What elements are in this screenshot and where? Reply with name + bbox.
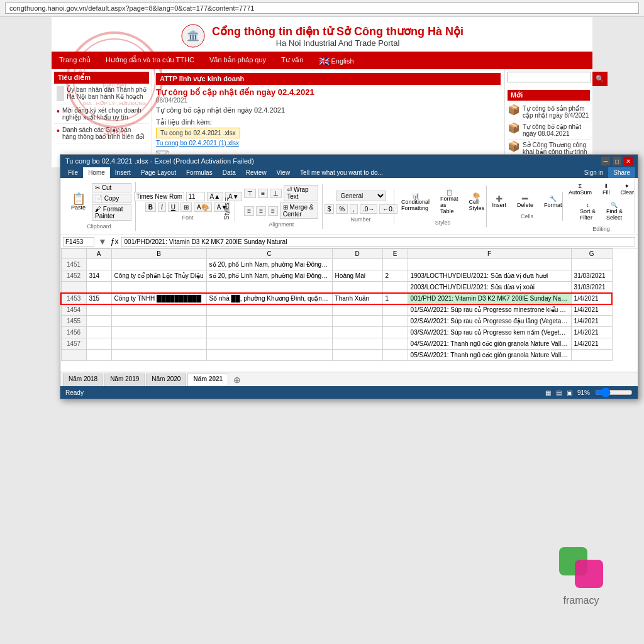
align-left-button[interactable]: ≡ xyxy=(244,206,254,216)
col-header-c[interactable]: C xyxy=(206,249,332,259)
cell-a[interactable]: 314 xyxy=(86,270,111,282)
col-header-f[interactable]: F xyxy=(408,249,571,259)
comma-button[interactable]: , xyxy=(350,204,358,214)
conditional-formatting-button[interactable]: 📊ConditionalFormatting xyxy=(397,190,434,214)
cell-f[interactable]: 2003/LOCTHUYDIEU/2021: Sữa dừa vị xoài xyxy=(408,282,571,293)
currency-button[interactable]: $ xyxy=(325,204,335,214)
cell-e[interactable] xyxy=(382,304,408,316)
view-normal-button[interactable]: ▦ xyxy=(545,389,551,396)
cell-e[interactable] xyxy=(382,350,408,361)
cell-c[interactable]: số 20, phố Linh Nam, phường Mai Đông, qu… xyxy=(206,259,332,270)
fill-button[interactable]: ⬇Fill xyxy=(598,180,614,198)
cell-b[interactable] xyxy=(111,304,206,316)
col-header-e[interactable]: E xyxy=(382,249,408,259)
add-sheet-button[interactable]: ⊕ xyxy=(230,374,245,386)
number-format-select[interactable]: General Number Currency Date xyxy=(336,191,386,201)
url-bar[interactable] xyxy=(5,3,639,14)
news-item-1[interactable]: Ủy ban nhân dân Thành phố Hà Nội ban hàn… xyxy=(54,84,149,104)
cell-e[interactable] xyxy=(382,316,408,327)
autosum-button[interactable]: ΣAutoSum xyxy=(564,180,596,198)
cell-a[interactable] xyxy=(86,259,111,270)
font-family-input[interactable] xyxy=(134,192,184,201)
news-item-3[interactable]: • Danh sách các Giấy bán hàng thông báo … xyxy=(54,124,149,143)
tab-insert[interactable]: Insert xyxy=(110,167,136,178)
cell-f[interactable]: 01/SAV/2021: Súp rau củ Progresso minest… xyxy=(408,304,571,316)
cell-e[interactable] xyxy=(382,327,408,338)
nav-item-advisory[interactable]: Tư vấn xyxy=(274,53,311,69)
view-page-button[interactable]: ▣ xyxy=(567,389,572,396)
nav-item-home[interactable]: Trang chủ xyxy=(52,53,98,69)
cell-d[interactable]: Thanh Xuân xyxy=(332,293,382,304)
cell-a[interactable] xyxy=(86,350,111,361)
search-input[interactable] xyxy=(508,72,591,82)
cell-f[interactable]: 02/SAV/2021: Súp rau củ Progresso đậu lă… xyxy=(408,316,571,327)
cell-c[interactable] xyxy=(206,327,332,338)
cell-g[interactable]: 1/4/2021 xyxy=(571,304,612,316)
cell-d[interactable] xyxy=(332,327,382,338)
format-painter-button[interactable]: 🖌 Format Painter xyxy=(92,204,131,221)
cell-g[interactable]: 31/03/2021 xyxy=(571,270,612,282)
cell-d[interactable] xyxy=(332,259,382,270)
align-bottom-button[interactable]: ⊥ xyxy=(270,189,282,198)
cell-g[interactable]: 1/4/2021 xyxy=(571,293,612,304)
sort-filter-button[interactable]: ↕Sort &Filter xyxy=(575,199,600,223)
cell-b[interactable]: Công ty TNHH ██████████ xyxy=(111,293,206,304)
fill-color-button[interactable]: A🎨 xyxy=(194,203,212,212)
minimize-button[interactable]: ─ xyxy=(601,157,610,165)
cell-g[interactable]: 31/03/2021 xyxy=(571,282,612,293)
attachment-link-1[interactable]: Tu cong bo 02.4.2021 .xlsx xyxy=(156,128,240,138)
align-center-button[interactable]: ≡ xyxy=(256,206,266,216)
function-button[interactable]: ƒx xyxy=(111,237,119,246)
cell-g[interactable] xyxy=(571,259,612,270)
close-button[interactable]: ✕ xyxy=(624,157,633,165)
tab-view[interactable]: View xyxy=(272,167,296,178)
zoom-slider[interactable] xyxy=(595,387,633,397)
nav-item-english[interactable]: 🇬🇧 English xyxy=(311,53,362,69)
delete-button[interactable]: ➖Delete xyxy=(513,193,538,211)
decrease-decimal-button[interactable]: ←0. xyxy=(379,204,397,214)
cell-f[interactable]: 05/SAV/2021: Thanh ngũ cốc giòn granola … xyxy=(408,350,571,361)
insert-button[interactable]: ➕Insert xyxy=(487,193,511,211)
merge-center-button[interactable]: ⊞ Merge & Center xyxy=(280,203,319,219)
cell-c[interactable] xyxy=(206,316,332,327)
align-middle-button[interactable]: ≡ xyxy=(258,189,268,198)
font-size-input[interactable] xyxy=(186,192,205,201)
italic-button[interactable]: I xyxy=(158,203,166,212)
news-item-2[interactable]: • Mời đăng ký xét chọn doanh nghiệp xuất… xyxy=(54,104,149,124)
paste-button[interactable]: 📋 Paste xyxy=(67,191,90,213)
cell-f[interactable]: 03/SAV/2021: Súp rau củ Progresso kem nấ… xyxy=(408,327,571,338)
cell-b[interactable] xyxy=(111,316,206,327)
cell-e[interactable]: 2 xyxy=(382,270,408,282)
cell-b[interactable] xyxy=(111,338,206,350)
col-header-g[interactable]: G xyxy=(571,249,612,259)
sheet-tab-2021[interactable]: Năm 2021 xyxy=(187,374,228,386)
cell-b[interactable]: Công ty cổ phần Lộc Thủy Diệu xyxy=(111,270,206,282)
cell-g[interactable]: 1/4/2021 xyxy=(571,338,612,350)
cell-e[interactable]: 1 xyxy=(382,293,408,304)
tab-review[interactable]: Review xyxy=(241,167,272,178)
tab-formulas[interactable]: Formulas xyxy=(181,167,218,178)
cell-d[interactable] xyxy=(332,304,382,316)
bold-button[interactable]: B xyxy=(145,203,156,212)
cell-a[interactable] xyxy=(86,327,111,338)
col-header-b[interactable]: B xyxy=(111,249,206,259)
nav-item-legal[interactable]: Văn bản pháp quy xyxy=(202,53,274,69)
copy-button[interactable]: 📄 Copy xyxy=(92,194,131,203)
increase-font-button[interactable]: A▲ xyxy=(207,192,224,201)
cell-f[interactable]: 001/PHD 2021: Vitamin D3 K2 MK7 200IE Su… xyxy=(408,293,571,304)
cell-a[interactable] xyxy=(86,304,111,316)
cell-styles-button[interactable]: 🎨CellStyles xyxy=(464,190,489,214)
cell-f[interactable]: 04/SAV/2021: Thanh ngũ cốc giòn granola … xyxy=(408,338,571,350)
cell-b[interactable] xyxy=(111,350,206,361)
cell-f[interactable]: 1903/LOCTHUYDIEU/2021: Sữa dừa vị dưa hư… xyxy=(408,270,571,282)
nav-item-guidance[interactable]: Hướng dẫn và tra cứu TTHC xyxy=(98,53,202,69)
border-button[interactable]: ⊞ xyxy=(180,203,192,212)
cell-c[interactable] xyxy=(206,338,332,350)
cell-c[interactable] xyxy=(206,350,332,361)
align-right-button[interactable]: ≡ xyxy=(268,206,278,216)
sign-in-link[interactable]: Sign in xyxy=(579,167,609,178)
maximize-button[interactable]: □ xyxy=(613,157,621,165)
underline-button[interactable]: U xyxy=(168,203,179,212)
cell-g[interactable]: 1/4/2021 xyxy=(571,316,612,327)
cell-e[interactable] xyxy=(382,259,408,270)
